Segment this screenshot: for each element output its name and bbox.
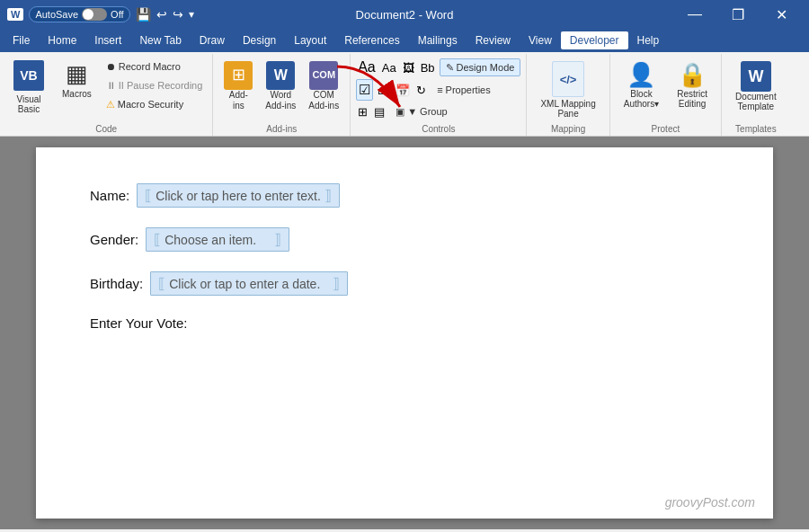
templates-group-label: Templates bbox=[735, 122, 777, 134]
addins-icon: ⊞ bbox=[224, 61, 253, 90]
title-bar: W AutoSave Off 💾 ↩ ↪ ▾ Document2 - Word … bbox=[0, 0, 809, 29]
vote-label: Enter Your Vote: bbox=[90, 315, 187, 331]
maximize-button[interactable]: ❐ bbox=[717, 0, 759, 29]
record-icon: ⏺ bbox=[106, 61, 116, 72]
warning-icon: ⚠ bbox=[106, 99, 115, 111]
xml-mapping-label: XML MappingPane bbox=[540, 99, 595, 119]
menu-review[interactable]: Review bbox=[467, 31, 520, 49]
ribbon-group-mapping: </> XML MappingPane Mapping bbox=[527, 54, 609, 136]
macros-icon: ▦ bbox=[66, 60, 88, 88]
word-add-ins-button[interactable]: W WordAdd-ins bbox=[260, 58, 301, 115]
record-macro-button[interactable]: ⏺ Record Macro bbox=[102, 58, 208, 75]
gender-bracket-open: ⟦ bbox=[154, 231, 161, 248]
close-button[interactable]: ✕ bbox=[760, 0, 802, 29]
ribbon-group-protect: 👤 BlockAuthors▾ 🔒 RestrictEditing Protec… bbox=[610, 54, 722, 136]
menu-home[interactable]: Home bbox=[39, 31, 85, 49]
word-add-ins-label: WordAdd-ins bbox=[265, 90, 296, 111]
macro-security-button[interactable]: ⚠ Macro Security bbox=[102, 95, 208, 113]
redo-icon[interactable]: ↪ bbox=[173, 7, 183, 22]
gender-label: Gender: bbox=[90, 232, 138, 247]
block-authors-button[interactable]: 👤 BlockAuthors▾ bbox=[616, 58, 667, 112]
properties-icon: ≡ bbox=[437, 84, 442, 95]
visual-basic-label: VisualBasic bbox=[16, 94, 40, 114]
block-authors-icon: 👤 bbox=[627, 61, 655, 89]
visual-basic-icon: VB bbox=[13, 60, 44, 91]
birthday-bracket-open: ⟦ bbox=[158, 275, 165, 292]
menu-view[interactable]: View bbox=[520, 31, 561, 49]
menu-layout[interactable]: Layout bbox=[285, 31, 335, 49]
add-ins-button[interactable]: ⊞ Add-ins bbox=[218, 58, 258, 115]
protect-group-content: 👤 BlockAuthors▾ 🔒 RestrictEditing bbox=[616, 58, 716, 122]
restrict-editing-icon: 🔒 bbox=[678, 61, 707, 89]
title-bar-controls: — ❐ ✕ bbox=[674, 0, 802, 29]
autosave-badge[interactable]: AutoSave Off bbox=[29, 6, 129, 22]
name-form-row: Name: ⟦ Click or tap here to enter text.… bbox=[90, 183, 719, 208]
name-bracket-open: ⟦ bbox=[145, 187, 152, 204]
customize-icon[interactable]: ▾ bbox=[189, 8, 194, 21]
code-group-content: VB VisualBasic ▦ Macros ⏺ Record Macro ⏸… bbox=[5, 58, 207, 122]
menu-draw[interactable]: Draw bbox=[191, 31, 234, 49]
autosave-state: Off bbox=[111, 9, 123, 20]
record-macro-label: Record Macro bbox=[119, 61, 181, 72]
macro-security-label: Macro Security bbox=[118, 99, 183, 110]
macros-button[interactable]: ▦ Macros bbox=[54, 58, 100, 102]
document-template-button[interactable]: W DocumentTemplate bbox=[727, 58, 785, 115]
name-field[interactable]: ⟦ Click or tap here to enter text. ⟧ bbox=[137, 183, 340, 208]
name-placeholder: Click or tap here to enter text. bbox=[156, 189, 321, 203]
protect-group-label: Protect bbox=[652, 122, 680, 134]
restrict-editing-label: RestrictEditing bbox=[677, 89, 707, 109]
ribbon-group-code: VB VisualBasic ▦ Macros ⏺ Record Macro ⏸… bbox=[0, 54, 213, 136]
properties-label: Properties bbox=[446, 84, 491, 95]
document-template-label: DocumentTemplate bbox=[735, 92, 777, 111]
pause-recording-button[interactable]: ⏸ II Pause Recording bbox=[102, 76, 208, 94]
code-group-label: Code bbox=[95, 122, 117, 134]
birthday-placeholder: Click or tap to enter a date. bbox=[169, 277, 329, 291]
vote-form-row: Enter Your Vote: bbox=[90, 315, 719, 331]
xml-mapping-icon: </> bbox=[552, 61, 584, 97]
menu-mailings[interactable]: Mailings bbox=[409, 31, 467, 49]
gender-field[interactable]: ⟦ Choose an item. ⟧ bbox=[146, 227, 289, 252]
design-mode-button[interactable]: ✎ Design Mode bbox=[440, 58, 521, 76]
document-template-icon: W bbox=[741, 61, 771, 92]
add-ins-label: Add-ins bbox=[229, 90, 248, 111]
watermark: groovyPost.com bbox=[665, 495, 755, 510]
restrict-editing-button[interactable]: 🔒 RestrictEditing bbox=[669, 58, 716, 112]
birthday-field[interactable]: ⟦ Click or tap to enter a date. ⟧ bbox=[150, 271, 348, 296]
macros-label: Macros bbox=[62, 89, 92, 99]
document-container: Name: ⟦ Click or tap here to enter text.… bbox=[0, 137, 809, 529]
gender-bracket-close: ⟧ bbox=[274, 231, 281, 248]
gender-form-row: Gender: ⟦ Choose an item. ⟧ bbox=[90, 227, 719, 252]
pause-icon: ⏸ bbox=[106, 80, 116, 91]
menu-design[interactable]: Design bbox=[234, 31, 285, 49]
birthday-bracket-close: ⟧ bbox=[333, 275, 340, 292]
menu-insert[interactable]: Insert bbox=[85, 31, 130, 49]
visual-basic-button[interactable]: VB VisualBasic bbox=[5, 58, 52, 117]
word-addins-icon: W bbox=[266, 61, 295, 90]
ribbon-group-templates: W DocumentTemplate Templates bbox=[722, 54, 790, 136]
xml-mapping-pane-button[interactable]: </> XML MappingPane bbox=[532, 58, 603, 122]
pause-recording-label: II Pause Recording bbox=[119, 80, 203, 91]
autosave-knob bbox=[83, 9, 93, 20]
menu-developer[interactable]: Developer bbox=[561, 31, 628, 49]
name-label: Name: bbox=[90, 188, 129, 203]
block-authors-label: BlockAuthors▾ bbox=[624, 89, 659, 109]
annotation-arrow bbox=[319, 58, 427, 129]
properties-button[interactable]: ≡ Properties bbox=[431, 81, 497, 99]
undo-icon[interactable]: ↩ bbox=[156, 7, 167, 22]
minimize-button[interactable]: — bbox=[674, 0, 716, 29]
save-icon[interactable]: 💾 bbox=[136, 7, 151, 22]
templates-group-content: W DocumentTemplate bbox=[727, 58, 785, 122]
addins-group-label: Add-ins bbox=[266, 122, 297, 134]
autosave-label: AutoSave bbox=[35, 9, 78, 20]
word-logo-icon: W bbox=[7, 8, 23, 21]
menu-file[interactable]: File bbox=[4, 31, 39, 49]
autosave-toggle[interactable] bbox=[82, 8, 107, 21]
menu-help[interactable]: Help bbox=[628, 31, 669, 49]
gender-placeholder: Choose an item. bbox=[164, 233, 271, 247]
document-page: Name: ⟦ Click or tap here to enter text.… bbox=[36, 147, 773, 519]
name-bracket-close: ⟧ bbox=[324, 187, 332, 204]
mapping-group-label: Mapping bbox=[551, 122, 585, 134]
menu-new-tab[interactable]: New Tab bbox=[130, 31, 190, 49]
code-small-buttons: ⏺ Record Macro ⏸ II Pause Recording ⚠ Ma… bbox=[102, 58, 208, 113]
menu-references[interactable]: References bbox=[335, 31, 408, 49]
